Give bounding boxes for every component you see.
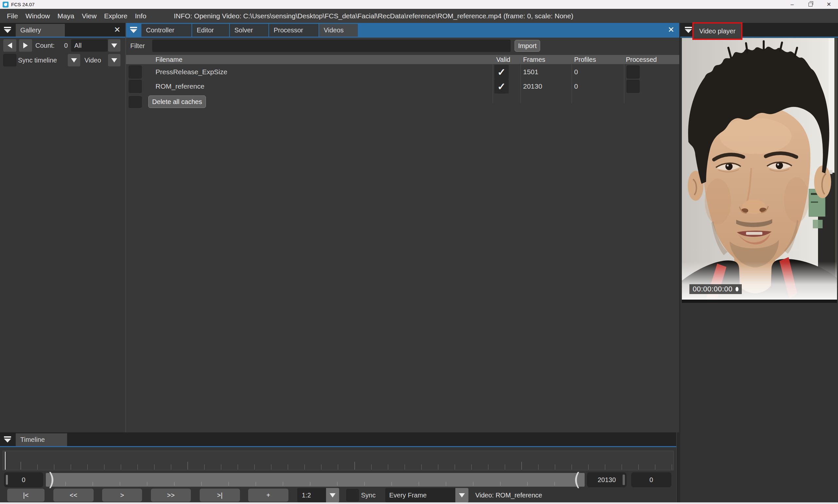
- column-profiles[interactable]: Profiles: [574, 55, 596, 64]
- frame-mode-select[interactable]: Every Frame: [385, 488, 455, 502]
- tab-gallery[interactable]: Gallery: [16, 24, 65, 37]
- frame-mode-dropdown-button[interactable]: [455, 488, 468, 502]
- minimize-button[interactable]: –: [783, 0, 801, 9]
- filename-cell: PressRelease_ExpSize: [156, 65, 227, 79]
- frames-cell: 1501: [523, 65, 539, 79]
- window-controls: – ✕: [783, 0, 838, 9]
- window-title: FCS 24.07: [11, 2, 35, 7]
- filter-input[interactable]: [152, 40, 511, 52]
- menu-file[interactable]: File: [6, 12, 18, 21]
- chevron-down-icon: [111, 43, 117, 48]
- step-back-button[interactable]: <<: [53, 489, 93, 502]
- play-button[interactable]: >: [102, 489, 142, 502]
- step-forward-button[interactable]: >>: [151, 489, 191, 502]
- timeline-track[interactable]: [3, 451, 674, 470]
- panel-menu-button[interactable]: [126, 23, 141, 37]
- filter-icon: [130, 27, 137, 28]
- delete-all-caches-button[interactable]: Delete all caches: [148, 95, 206, 108]
- sync-dropdown-button[interactable]: [68, 54, 80, 66]
- row-select-checkbox[interactable]: [129, 96, 142, 108]
- chevron-down-icon: [71, 58, 77, 62]
- sync-timeline-label: Sync timeline: [18, 54, 57, 66]
- column-filename[interactable]: Filename: [156, 55, 182, 64]
- count-label: Count:: [35, 39, 55, 52]
- close-window-button[interactable]: ✕: [820, 0, 838, 9]
- row-select-checkbox[interactable]: [129, 80, 142, 93]
- column-frames[interactable]: Frames: [523, 55, 545, 64]
- offset-field[interactable]: 0: [631, 472, 671, 487]
- filename-cell: ROM_reference: [156, 79, 204, 93]
- row-select-checkbox[interactable]: [129, 66, 142, 78]
- chevron-down-icon: [111, 58, 117, 62]
- range-start-field[interactable]: 0: [4, 472, 43, 487]
- sync-label: Sync: [361, 489, 376, 502]
- tab-controller[interactable]: Controller: [141, 24, 192, 37]
- gallery-close-button[interactable]: ✕: [111, 23, 123, 37]
- offset-value: 0: [649, 476, 653, 484]
- step-ratio-select[interactable]: 1:2: [297, 488, 326, 502]
- videos-close-button[interactable]: ✕: [665, 23, 677, 37]
- range-end-field[interactable]: 20130: [587, 472, 627, 487]
- status-message: INFO: Opening Video: C:\Users\sensing\De…: [174, 9, 573, 23]
- screen-bottom-edge: [0, 502, 838, 504]
- menu-explore[interactable]: Explore: [104, 12, 128, 21]
- media-dropdown-button[interactable]: [108, 54, 120, 66]
- filter-label: Filter: [130, 40, 145, 52]
- add-button[interactable]: +: [248, 489, 289, 502]
- range-end-value: 20130: [598, 476, 616, 484]
- column-processed[interactable]: Processed: [626, 55, 657, 64]
- count-value: 0: [64, 39, 68, 52]
- timecode-overlay: 00:00:00:00: [689, 284, 742, 294]
- gallery-range-select[interactable]: All: [71, 39, 108, 52]
- tab-editor[interactable]: Editor: [192, 24, 229, 37]
- slider-nub: [6, 475, 8, 485]
- prev-arrow-icon: [7, 42, 12, 49]
- white-fade: [682, 262, 837, 303]
- menu-info[interactable]: Info: [135, 12, 147, 21]
- timecode-value: 00:00:00:00: [693, 285, 733, 293]
- table-row[interactable]: PressRelease_ExpSize ✓ 1501 0: [126, 65, 679, 79]
- go-to-end-button[interactable]: >|: [200, 489, 240, 502]
- panel-menu-button[interactable]: [0, 23, 15, 37]
- column-valid[interactable]: Valid: [496, 55, 510, 64]
- menu-maya[interactable]: Maya: [57, 12, 75, 21]
- menu-view[interactable]: View: [82, 12, 97, 21]
- menu-window[interactable]: Window: [25, 12, 50, 21]
- player-panel-header: Video player: [680, 23, 838, 38]
- sync-timeline-checkbox[interactable]: [3, 54, 16, 66]
- import-button[interactable]: Import: [514, 40, 540, 52]
- sync-checkbox[interactable]: [346, 489, 359, 501]
- record-dot-icon: [735, 287, 738, 291]
- filter-icon: [685, 27, 692, 28]
- range-handle-left[interactable]: ): [48, 470, 55, 489]
- menubar: File Window Maya View Explore Info INFO:…: [0, 9, 838, 23]
- tab-processor[interactable]: Processor: [269, 24, 318, 37]
- range-handle-right[interactable]: (: [574, 470, 581, 489]
- minimize-icon: –: [790, 1, 793, 8]
- tab-solver[interactable]: Solver: [230, 24, 268, 37]
- titlebar: FCS 24.07 – ✕: [0, 0, 838, 9]
- playhead[interactable]: [5, 452, 5, 470]
- panel-menu-button[interactable]: [0, 432, 15, 446]
- videos-panel: Controller Editor Solver Processor Video…: [126, 23, 679, 432]
- panel-divider: [676, 432, 677, 502]
- table-row[interactable]: ROM_reference ✓ 20130 0: [126, 79, 679, 93]
- valid-check-cell: ✓: [494, 79, 509, 93]
- range-slider[interactable]: [46, 473, 584, 487]
- restore-button[interactable]: [801, 0, 820, 9]
- go-to-start-button[interactable]: |<: [7, 489, 45, 502]
- slider-ticks: [66, 482, 581, 486]
- tab-video-player-highlighted[interactable]: Video player: [692, 22, 743, 40]
- step-ratio-dropdown-button[interactable]: [326, 488, 339, 502]
- gallery-prev-button[interactable]: [3, 39, 16, 52]
- tab-timeline[interactable]: Timeline: [16, 433, 67, 446]
- gallery-next-button[interactable]: [19, 39, 32, 52]
- current-video-label: Video: ROM_reference: [475, 489, 542, 502]
- processed-checkbox[interactable]: [627, 66, 640, 78]
- processed-checkbox[interactable]: [627, 80, 640, 93]
- gallery-range-dropdown-button[interactable]: [108, 39, 120, 52]
- gallery-panel-header: Gallery ✕: [0, 23, 125, 38]
- media-type-label: Video: [85, 54, 101, 66]
- videos-panel-header: Controller Editor Solver Processor Video…: [126, 23, 679, 38]
- tab-videos[interactable]: Videos: [319, 24, 358, 37]
